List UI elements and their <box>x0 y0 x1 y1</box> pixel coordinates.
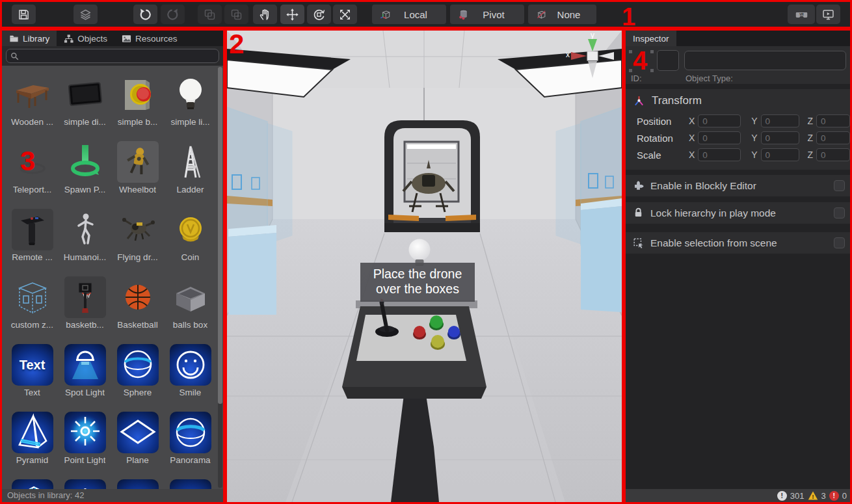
warning-badge-icon[interactable]: ! <box>808 490 818 501</box>
position-x-input[interactable]: 0 <box>698 114 741 127</box>
position-row: Position X0 Y0 Z0 <box>626 113 850 129</box>
blue-box-right[interactable] <box>581 198 622 312</box>
pan-tool-button[interactable] <box>253 5 277 24</box>
scale-label: Scale <box>637 150 689 161</box>
copy-button[interactable] <box>198 5 222 24</box>
scale-tool-button[interactable] <box>333 5 357 24</box>
scene-selection-toggle-row: Enable selection from scene <box>626 232 850 254</box>
scale-x-input[interactable]: 0 <box>698 148 741 161</box>
move-tool-button[interactable] <box>280 5 304 24</box>
line-icon <box>64 479 106 489</box>
library-item-label: basketb... <box>66 320 104 330</box>
scene-message-line1: Place the drone <box>373 267 462 281</box>
library-item[interactable]: simple b... <box>111 73 164 141</box>
library-item[interactable]: custom z... <box>6 276 59 344</box>
undo-icon <box>139 8 152 21</box>
library-scrollbar[interactable] <box>218 67 222 488</box>
lock-hierarchy-checkbox[interactable] <box>834 207 845 219</box>
search-box <box>6 49 219 63</box>
paste-button[interactable] <box>224 5 248 24</box>
scene-message-panel: Place the drone over the boxes <box>360 263 475 302</box>
gizmo-cube[interactable] <box>587 51 598 60</box>
library-item[interactable]: Humanoi... <box>59 209 111 276</box>
gizmo-y-label: y <box>591 31 594 40</box>
tab-inspector[interactable]: Inspector <box>626 31 676 46</box>
library-item[interactable]: Flying dr... <box>111 209 164 276</box>
error-badge-icon[interactable]: ! <box>829 491 839 501</box>
undo-button[interactable] <box>133 5 157 24</box>
transform-gizmo-icon <box>632 94 646 108</box>
pivot-mode-dropdown[interactable]: Pivot <box>450 5 524 24</box>
tab-resources-label: Resources <box>135 34 178 44</box>
library-item[interactable]: Text Text <box>6 344 59 412</box>
axis-z-label: Z <box>807 133 813 143</box>
library-item[interactable]: simple li... <box>164 73 217 141</box>
tab-library[interactable]: Library <box>2 31 57 46</box>
gizmo-x-label: x <box>566 50 570 59</box>
text-object-icon: Text <box>12 344 53 386</box>
coordinate-space-dropdown[interactable]: Local <box>372 5 446 24</box>
rotation-x-input[interactable]: 0 <box>698 131 741 144</box>
axis-y-label: Y <box>751 133 757 143</box>
library-item[interactable]: Coin <box>164 209 217 276</box>
library-item[interactable]: Sphere <box>111 344 164 412</box>
library-item[interactable]: Wooden ... <box>6 73 59 141</box>
transform-header[interactable]: Transform <box>626 89 850 113</box>
library-item[interactable]: Ladder <box>164 141 217 209</box>
scale-z-input[interactable]: 0 <box>816 148 850 161</box>
library-item[interactable]: Spawn P... <box>59 141 111 209</box>
library-item[interactable]: Spot Light <box>59 344 111 412</box>
library-item[interactable]: Teleport... <box>6 141 59 209</box>
scene-selection-label: Enable selection from scene <box>650 237 834 249</box>
library-item-partial[interactable] <box>164 479 217 489</box>
library-item[interactable]: Wheelbot <box>111 141 164 209</box>
transform-title: Transform <box>652 94 702 107</box>
library-item[interactable]: simple di... <box>59 73 111 141</box>
scene-viewport[interactable]: Place the drone over the boxes y x 2 <box>225 29 624 504</box>
library-item[interactable]: balls box <box>164 276 217 344</box>
library-item[interactable]: Point Light <box>59 412 111 479</box>
spawn-point-icon <box>64 141 106 183</box>
rotation-y-input[interactable]: 0 <box>761 131 800 144</box>
sun-icon <box>117 479 159 489</box>
library-item[interactable]: Basketball <box>111 276 164 344</box>
object-type-field[interactable] <box>684 51 846 70</box>
scene-canvas[interactable]: Place the drone over the boxes y x <box>227 31 622 502</box>
object-id-field[interactable] <box>657 50 679 71</box>
image-icon <box>122 34 131 44</box>
position-y-input[interactable]: 0 <box>761 114 800 127</box>
save-button[interactable] <box>12 5 36 24</box>
library-item[interactable]: Pyramid <box>6 412 59 479</box>
tab-objects[interactable]: Objects <box>57 31 114 46</box>
search-input[interactable] <box>21 51 215 61</box>
snap-mode-dropdown[interactable]: None <box>528 5 596 24</box>
blue-box-left[interactable] <box>228 225 276 315</box>
library-item-partial[interactable] <box>111 479 164 489</box>
library-item[interactable]: Remote ... <box>6 209 59 276</box>
library-item-partial[interactable] <box>59 479 111 489</box>
tab-resources[interactable]: Resources <box>114 31 185 46</box>
rotate-tool-button[interactable] <box>307 5 331 24</box>
desktop-preview-button[interactable] <box>816 5 840 24</box>
library-item[interactable]: Plane <box>111 412 164 479</box>
blockly-checkbox[interactable] <box>834 180 845 191</box>
tab-objects-label: Objects <box>77 34 107 44</box>
position-z-input[interactable]: 0 <box>816 114 850 127</box>
layers-button[interactable] <box>73 5 98 24</box>
info-badge-icon[interactable]: ! <box>777 491 787 501</box>
redo-button[interactable] <box>161 5 185 24</box>
vr-preview-button[interactable]: VR <box>788 5 815 24</box>
copy-icon <box>203 8 217 21</box>
library-item-partial[interactable] <box>6 479 59 489</box>
plane-icon <box>117 412 159 453</box>
library-item[interactable]: Smile <box>164 344 217 412</box>
rotation-z-input[interactable]: 0 <box>816 131 850 144</box>
scene-selection-checkbox[interactable] <box>834 237 845 248</box>
library-item[interactable]: basketb... <box>59 276 111 344</box>
wooden-table-icon <box>12 73 53 115</box>
inspector-panel: Inspector ID: Object Type: Transform Pos… <box>624 29 852 504</box>
save-icon <box>17 8 31 21</box>
scale-y-input[interactable]: 0 <box>761 148 800 161</box>
library-item[interactable]: Panorama <box>164 412 217 479</box>
scrollbar-thumb[interactable] <box>218 67 222 404</box>
